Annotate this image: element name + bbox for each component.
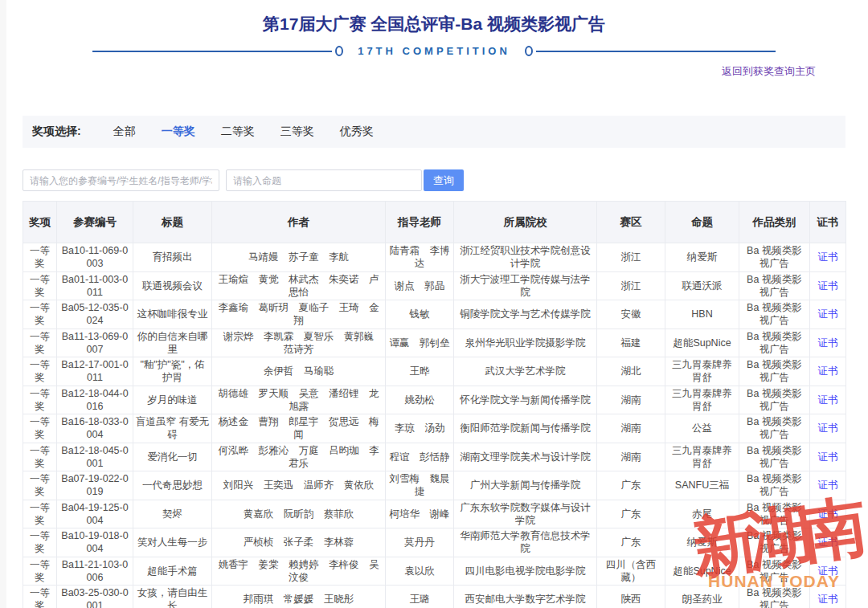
table-row: 一等奖Ba11-21-103-0006超能手术篇姚香宇 姜棠 赖娉婷 李梓俊 吴… bbox=[23, 557, 846, 586]
cell-brief: 公益 bbox=[665, 414, 739, 443]
filter-tab-2[interactable]: 二等奖 bbox=[221, 124, 255, 139]
column-header-2: 标题 bbox=[133, 202, 212, 243]
cell-cert: 证书 bbox=[810, 243, 846, 272]
column-header-3: 作者 bbox=[212, 202, 386, 243]
cell-cert: 证书 bbox=[810, 414, 846, 443]
cell-teachers: 柯培华 谢峰 bbox=[386, 500, 454, 528]
certificate-link[interactable]: 证书 bbox=[818, 394, 838, 406]
certificate-link[interactable]: 证书 bbox=[818, 508, 838, 520]
cell-teachers: 姚劲松 bbox=[386, 386, 454, 414]
cell-school: 泉州华光职业学院摄影学院 bbox=[454, 328, 597, 357]
cell-entry_no: Ba05-12-035-0024 bbox=[57, 300, 133, 329]
certificate-link[interactable]: 证书 bbox=[818, 479, 838, 491]
award-filter-tabs: 全部一等奖二等奖三等奖优秀奖 bbox=[113, 124, 399, 139]
certificate-link[interactable]: 证书 bbox=[818, 422, 838, 434]
table-row: 一等奖Ba03-25-030-0001女孩，请自由生长邦雨琪 常媛媛 王晓彤王璐… bbox=[23, 586, 846, 608]
query-button[interactable]: 查询 bbox=[424, 169, 464, 191]
cell-region: 安徽 bbox=[597, 300, 665, 329]
cell-school: 衡阳师范学院新闻与传播学院 bbox=[454, 414, 597, 443]
filter-tab-0[interactable]: 全部 bbox=[113, 124, 136, 139]
cell-title: 盲道虽窄 有爱无碍 bbox=[133, 414, 212, 443]
filter-tab-4[interactable]: 优秀奖 bbox=[340, 124, 374, 139]
cell-title: "釉"护"瓷"，佑护胃 bbox=[133, 357, 212, 386]
cell-brief: 超能SupNice bbox=[665, 328, 739, 357]
cell-award: 一等奖 bbox=[23, 471, 57, 500]
cell-authors: 黄嘉欣 阮昕韵 蔡菲欣 bbox=[212, 500, 386, 528]
cell-award: 一等奖 bbox=[23, 243, 57, 272]
cell-award: 一等奖 bbox=[23, 586, 57, 608]
back-to-query-home-link[interactable]: 返回到获奖查询主页 bbox=[722, 65, 816, 77]
cell-award: 一等奖 bbox=[23, 528, 57, 557]
cell-school: 铜陵学院文学与艺术传媒学院 bbox=[454, 300, 597, 329]
column-header-7: 命题 bbox=[665, 202, 739, 243]
cell-region: 湖北 bbox=[597, 357, 665, 386]
cell-teachers: 莫丹丹 bbox=[386, 528, 454, 557]
cell-brief: SANFU三福 bbox=[665, 471, 739, 500]
cell-category: Ba 视频类影视广告 bbox=[739, 271, 810, 300]
cell-entry_no: Ba11-21-103-0006 bbox=[57, 557, 133, 586]
cell-category: Ba 视频类影视广告 bbox=[739, 300, 810, 329]
cell-cert: 证书 bbox=[810, 328, 846, 357]
cell-title: 爱消化一切 bbox=[133, 443, 212, 471]
cell-brief: 纳爱斯 bbox=[665, 528, 739, 557]
cell-school: 西安邮电大学数字艺术学院 bbox=[454, 586, 597, 608]
cell-category: Ba 视频类影视广告 bbox=[739, 471, 810, 500]
brief-search-input[interactable] bbox=[226, 169, 422, 191]
cell-cert: 证书 bbox=[810, 500, 846, 528]
table-row: 一等奖Ba04-19-125-0004契烬黄嘉欣 阮昕韵 蔡菲欣柯培华 谢峰广东… bbox=[23, 500, 846, 528]
cell-title: 联通视频会议 bbox=[133, 271, 212, 300]
cell-teachers: 李琼 汤劲 bbox=[386, 414, 454, 443]
filter-tab-3[interactable]: 三等奖 bbox=[280, 124, 314, 139]
cell-category: Ba 视频类影视广告 bbox=[739, 586, 810, 608]
table-row: 一等奖Ba01-11-003-0011联通视频会议王瑜煊 黄觉 林武杰 朱奕诺 … bbox=[23, 271, 846, 300]
cell-authors: 姚香宇 姜棠 赖娉婷 李梓俊 吴汶俊 bbox=[212, 557, 386, 586]
cell-entry_no: Ba04-19-125-0004 bbox=[57, 500, 133, 528]
certificate-link[interactable]: 证书 bbox=[818, 337, 838, 349]
cell-authors: 李鑫瑜 葛昕玥 夏临子 王琦 金翔 bbox=[212, 300, 386, 329]
cell-category: Ba 视频类影视广告 bbox=[739, 243, 810, 272]
certificate-link[interactable]: 证书 bbox=[818, 280, 838, 292]
cell-cert: 证书 bbox=[810, 300, 846, 329]
cell-title: 你的自信来自哪里 bbox=[133, 328, 212, 357]
certificate-link[interactable]: 证书 bbox=[818, 565, 838, 577]
awards-table-header: 奖项参赛编号标题作者指导老师所属院校赛区命题作品类别证书 bbox=[23, 202, 846, 243]
cell-brief: 联通沃派 bbox=[665, 271, 739, 300]
cell-region: 广东 bbox=[597, 528, 665, 557]
cell-brief: 三九胃泰牌养胃舒 bbox=[665, 386, 739, 414]
table-row: 一等奖Ba12-18-044-0016岁月的味道胡德雄 罗天顺 吴意 潘绍锂 龙… bbox=[23, 386, 846, 414]
cell-title: 超能手术篇 bbox=[133, 557, 212, 586]
cell-cert: 证书 bbox=[810, 443, 846, 471]
cell-region: 四川（含西藏） bbox=[597, 557, 665, 586]
awards-table: 奖项参赛编号标题作者指导老师所属院校赛区命题作品类别证书 一等奖Ba10-11-… bbox=[23, 201, 846, 608]
certificate-link[interactable]: 证书 bbox=[818, 308, 838, 320]
cell-cert: 证书 bbox=[810, 271, 846, 300]
cell-title: 育招频出 bbox=[133, 243, 212, 272]
cell-brief: 赤尾 bbox=[665, 500, 739, 528]
table-row: 一等奖Ba05-12-035-0024这杯咖啡很专业李鑫瑜 葛昕玥 夏临子 王琦… bbox=[23, 300, 846, 329]
cell-title: 这杯咖啡很专业 bbox=[133, 300, 212, 329]
certificate-link[interactable]: 证书 bbox=[818, 537, 838, 548]
certificate-link[interactable]: 证书 bbox=[818, 365, 838, 377]
table-row: 一等奖Ba07-19-022-0019一代奇思妙想刘阳兴 王奕迅 温师齐 黄依欣… bbox=[23, 471, 846, 500]
cell-school: 四川电影电视学院电影学院 bbox=[454, 557, 597, 586]
back-link-row: 返回到获奖查询主页 bbox=[0, 63, 868, 79]
table-row: 一等奖Ba10-19-018-0004笑对人生每一步严桢桢 张子柔 李林蓉莫丹丹… bbox=[23, 528, 846, 557]
certificate-link[interactable]: 证书 bbox=[818, 594, 838, 605]
cell-award: 一等奖 bbox=[23, 271, 57, 300]
cell-category: Ba 视频类影视广告 bbox=[739, 414, 810, 443]
cell-authors: 严桢桢 张子柔 李林蓉 bbox=[212, 528, 386, 557]
cell-authors: 王瑜煊 黄觉 林武杰 朱奕诺 卢思怡 bbox=[212, 271, 386, 300]
certificate-link[interactable]: 证书 bbox=[818, 451, 838, 463]
cell-teachers: 王璐 bbox=[386, 586, 454, 608]
cell-title: 笑对人生每一步 bbox=[133, 528, 212, 557]
filter-tab-1[interactable]: 一等奖 bbox=[162, 124, 195, 139]
cell-entry_no: Ba10-11-069-0003 bbox=[57, 243, 133, 272]
cell-teachers: 袁以欣 bbox=[386, 557, 454, 586]
cell-brief: 纳爱斯 bbox=[665, 243, 739, 272]
cell-teachers: 刘雪梅 魏晨捷 bbox=[386, 471, 454, 500]
cell-authors: 胡德雄 罗天顺 吴意 潘绍锂 龙旭露 bbox=[212, 386, 386, 414]
cell-entry_no: Ba10-19-018-0004 bbox=[57, 528, 133, 557]
certificate-link[interactable]: 证书 bbox=[818, 251, 838, 263]
keyword-search-input[interactable] bbox=[23, 169, 219, 191]
cell-school: 怀化学院文学与新闻传播学院 bbox=[454, 386, 597, 414]
